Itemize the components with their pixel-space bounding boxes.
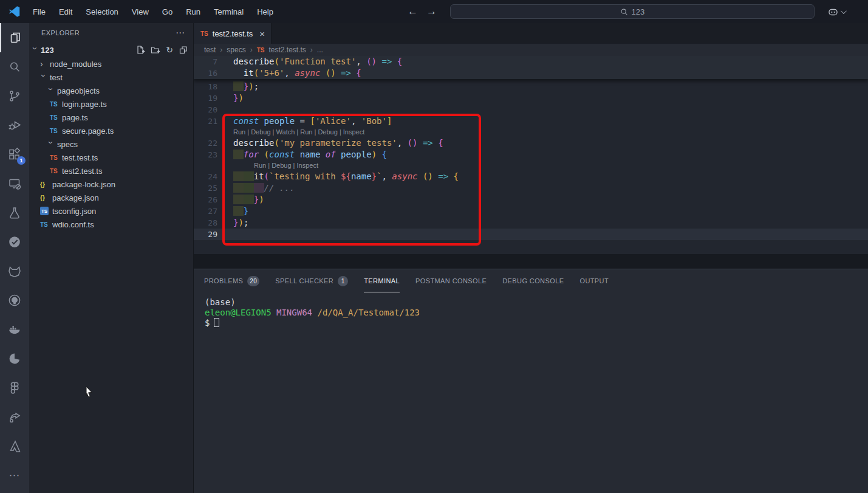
code-line-20[interactable]: 20: [193, 104, 868, 115]
workspace-name: 123: [41, 46, 135, 55]
code-line-23[interactable]: 23 for (const name of people) {: [193, 149, 868, 160]
terminal-input-line[interactable]: $: [205, 318, 868, 328]
tree-item-login-page-ts[interactable]: TS login.page.ts: [29, 97, 193, 111]
chevron-right-icon: ›: [250, 46, 253, 54]
activity-github[interactable]: [0, 286, 29, 315]
code-editor[interactable]: 7 describe('Function test', () => { 16 i…: [193, 56, 868, 254]
fox-head-icon: [7, 264, 22, 278]
tree-item-wdio-conf-ts[interactable]: TS wdio.conf.ts: [29, 218, 193, 231]
codelens-run-debug[interactable]: Run | Debug | Watch | Run | Debug | Insp…: [193, 127, 868, 137]
activity-more[interactable]: ⋯: [0, 461, 29, 490]
typescript-test-file-icon: TS: [50, 168, 62, 174]
tree-item-test2-test-ts[interactable]: TS test2.test.ts: [29, 164, 193, 178]
breadcrumb-file[interactable]: test2.test.ts: [268, 46, 306, 54]
activity-explorer[interactable]: [0, 23, 29, 52]
refresh-icon[interactable]: ↻: [166, 46, 173, 54]
activity-run-debug[interactable]: [0, 111, 29, 140]
copilot-menu[interactable]: [828, 7, 845, 16]
command-center-search[interactable]: 123: [450, 4, 815, 19]
tab-debug-console[interactable]: DEBUG CONSOLE: [502, 269, 564, 292]
new-file-icon[interactable]: [135, 45, 145, 55]
code-line-22[interactable]: 22 describe('my parameterize tests', () …: [193, 137, 868, 149]
code-line-18[interactable]: 18 });: [193, 81, 868, 92]
tree-item-node-modules[interactable]: › node_modules: [29, 57, 193, 71]
breadcrumb-test[interactable]: test: [204, 46, 216, 54]
azure-icon: [7, 439, 22, 453]
breadcrumb-symbol[interactable]: ...: [317, 46, 323, 54]
search-icon: [7, 60, 22, 74]
chevron-right-icon: ›: [40, 60, 47, 68]
activity-figma[interactable]: [0, 373, 29, 402]
breadcrumb-specs[interactable]: specs: [227, 46, 245, 54]
explorer-sidebar: EXPLORER ⋯ › 123 ↻ › node_modules › test…: [29, 23, 193, 493]
tree-item-tsconfig-json[interactable]: TS tsconfig.json: [29, 204, 193, 218]
tree-item-test[interactable]: › test: [29, 71, 193, 84]
activity-remote-explorer[interactable]: [0, 169, 29, 198]
menu-run[interactable]: Run: [180, 5, 206, 19]
typescript-file-icon: TS: [50, 114, 62, 121]
menu-view[interactable]: View: [126, 5, 154, 19]
menu-edit[interactable]: Edit: [53, 5, 78, 19]
tab-test2-test-ts[interactable]: TS test2.test.ts ×: [193, 23, 272, 44]
tab-postman-console[interactable]: POSTMAN CONSOLE: [415, 269, 487, 292]
workspace-section-header[interactable]: › 123 ↻: [29, 43, 193, 57]
menu-selection[interactable]: Selection: [80, 5, 123, 19]
code-line-19[interactable]: 19 }): [193, 92, 868, 104]
tree-item-package-lock-json[interactable]: {} package-lock.json: [29, 178, 193, 191]
code-line-26[interactable]: 26 }): [193, 194, 868, 205]
code-line-29-current[interactable]: 29: [193, 229, 868, 240]
code-line-24[interactable]: 24 it(`testing with ${name}`, async () =…: [193, 171, 868, 182]
menu-go[interactable]: Go: [157, 5, 178, 19]
close-icon[interactable]: ×: [259, 29, 265, 39]
codelens-run-debug-inspect[interactable]: Run | Debug | Inspect: [193, 160, 868, 171]
forward-arrow-icon[interactable]: →: [426, 5, 437, 18]
terminal-content[interactable]: (base) eleon@LEGION5 MINGW64 /d/QA_A/Tes…: [193, 292, 868, 328]
terminal-prompt-line: eleon@LEGION5 MINGW64 /d/QA_A/Testomat/1…: [205, 308, 868, 318]
tab-terminal[interactable]: TERMINAL: [364, 269, 400, 292]
tab-spell-checker[interactable]: SPELL CHECKER1: [275, 269, 348, 292]
json-file-icon: {}: [40, 181, 52, 188]
code-line-28[interactable]: 28 });: [193, 217, 868, 229]
tree-item-specs[interactable]: › specs: [29, 137, 193, 151]
code-line-21[interactable]: 21 const people = ['Alice', 'Bob']: [193, 115, 868, 127]
activity-azure[interactable]: [0, 432, 29, 461]
debug-icon: [7, 118, 22, 133]
menu-terminal[interactable]: Terminal: [208, 5, 249, 19]
new-folder-icon[interactable]: [151, 45, 160, 55]
tree-item-package-json[interactable]: {} package.json: [29, 191, 193, 204]
terminal-cursor: [214, 318, 219, 327]
activity-search[interactable]: [0, 52, 29, 81]
sidebar-border: [193, 23, 194, 493]
activity-source-control[interactable]: [0, 81, 29, 111]
collapse-all-icon[interactable]: [179, 45, 188, 55]
extensions-badge: 1: [17, 156, 26, 165]
tree-item-pageobjects[interactable]: › pageobjects: [29, 84, 193, 97]
activity-fox-extension[interactable]: [0, 257, 29, 286]
code-line-25[interactable]: 25 // ...: [193, 182, 868, 194]
file-tree: › node_modules › test › pageobjects TS l…: [29, 57, 193, 231]
tab-output[interactable]: OUTPUT: [579, 269, 609, 292]
tree-item-test-test-ts[interactable]: TS test.test.ts: [29, 151, 193, 164]
tab-label: test2.test.ts: [213, 29, 253, 38]
sticky-line-7[interactable]: 7 describe('Function test', () => {: [193, 56, 868, 67]
menu-file[interactable]: File: [27, 5, 51, 19]
activity-extensions[interactable]: 1: [0, 140, 29, 169]
github-icon: [7, 293, 22, 308]
tree-item-page-ts[interactable]: TS page.ts: [29, 111, 193, 124]
search-icon: [620, 8, 628, 16]
beaker-icon: [7, 205, 22, 220]
activity-share-extension[interactable]: [0, 402, 29, 432]
more-actions-icon[interactable]: ⋯: [176, 27, 185, 38]
tree-item-secure-page-ts[interactable]: TS secure.page.ts: [29, 124, 193, 137]
terminal-line-base: (base): [205, 297, 868, 308]
activity-testing[interactable]: [0, 198, 29, 227]
activity-pie-extension[interactable]: [0, 344, 29, 373]
activity-check-extension[interactable]: [0, 227, 29, 257]
pie-circle-icon: [7, 351, 22, 366]
sticky-line-16[interactable]: 16 it('5+6', async () => {: [193, 67, 868, 79]
code-line-27[interactable]: 27 }: [193, 205, 868, 217]
back-arrow-icon[interactable]: ←: [408, 5, 418, 18]
menu-help[interactable]: Help: [251, 5, 279, 19]
tab-problems[interactable]: PROBLEMS20: [204, 269, 259, 292]
activity-docker[interactable]: [0, 315, 29, 344]
